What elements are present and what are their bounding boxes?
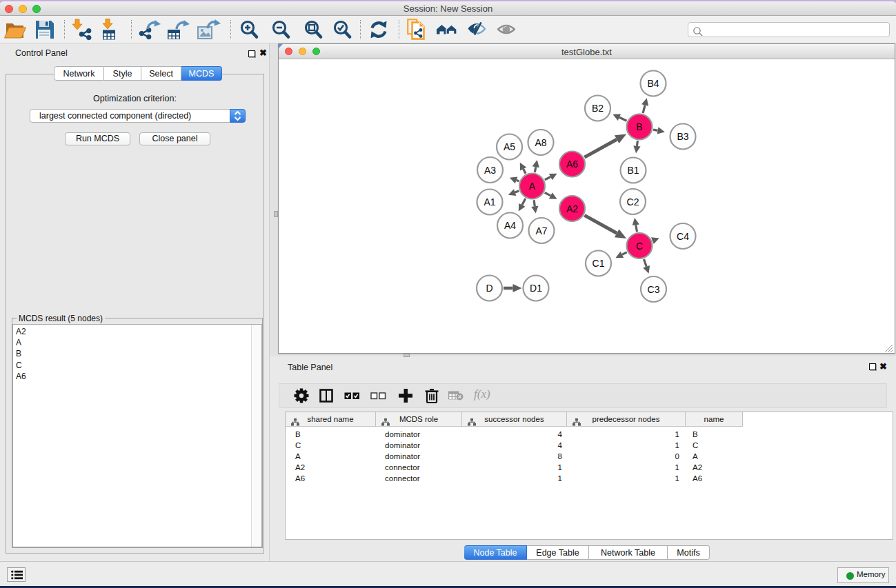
svg-text:A1: A1 <box>484 196 495 207</box>
svg-text:C4: C4 <box>677 231 689 242</box>
svg-text:B3: B3 <box>677 131 688 142</box>
svg-text:A2: A2 <box>566 203 578 214</box>
svg-text:A6: A6 <box>566 159 578 170</box>
svg-text:A3: A3 <box>484 165 496 176</box>
svg-text:A: A <box>529 181 536 192</box>
svg-text:B: B <box>636 121 642 132</box>
svg-text:C2: C2 <box>627 196 639 207</box>
svg-text:A5: A5 <box>504 141 515 152</box>
svg-text:B1: B1 <box>627 165 639 176</box>
svg-text:D1: D1 <box>530 283 542 294</box>
svg-text:B4: B4 <box>647 78 659 89</box>
svg-text:A7: A7 <box>535 225 547 236</box>
svg-text:D: D <box>486 283 492 294</box>
svg-text:C3: C3 <box>648 284 660 295</box>
svg-text:C1: C1 <box>593 258 605 269</box>
svg-text:A4: A4 <box>504 220 516 231</box>
svg-text:B2: B2 <box>592 103 604 114</box>
svg-text:A8: A8 <box>535 137 546 148</box>
svg-text:C: C <box>636 241 643 252</box>
